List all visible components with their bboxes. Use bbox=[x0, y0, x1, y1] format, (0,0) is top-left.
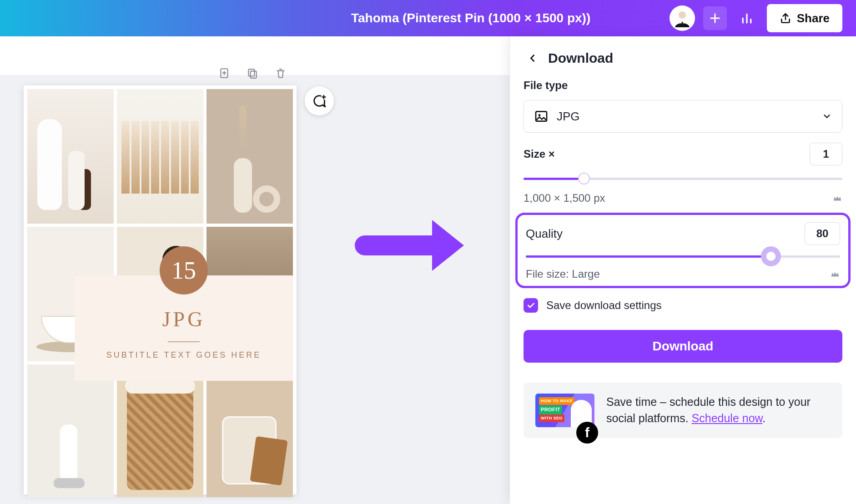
plus-icon bbox=[709, 12, 721, 25]
schedule-promo-card: HOW TO MAKE PROFIT WITH SEO Save time – … bbox=[524, 383, 842, 438]
top-bar: Tahoma (Pinterest Pin (1000 × 1500 px)) … bbox=[0, 0, 856, 36]
tile-9 bbox=[206, 364, 293, 497]
duplicate-page-icon[interactable] bbox=[247, 67, 258, 79]
document-title[interactable]: Tahoma (Pinterest Pin (1000 × 1500 px)) bbox=[351, 11, 590, 25]
size-slider-fill bbox=[524, 178, 584, 180]
add-collaborator-button[interactable] bbox=[703, 6, 727, 30]
quality-slider-thumb[interactable] bbox=[761, 246, 781, 266]
check-icon bbox=[526, 301, 535, 310]
comment-plus-icon bbox=[312, 93, 327, 109]
svg-rect-1 bbox=[681, 22, 683, 26]
save-settings-label: Save download settings bbox=[546, 299, 662, 312]
size-slider-thumb[interactable] bbox=[578, 173, 590, 185]
design-overlay-divider bbox=[168, 341, 200, 342]
delete-page-icon[interactable] bbox=[275, 67, 287, 79]
promo-thumb-tag-a: HOW TO MAKE bbox=[539, 397, 574, 405]
download-panel: Download File type JPG Size × 1 1,000 × … bbox=[509, 36, 856, 504]
share-upload-icon bbox=[780, 12, 791, 24]
tile-1 bbox=[27, 89, 114, 224]
size-slider[interactable] bbox=[524, 174, 842, 184]
tile-8 bbox=[117, 364, 203, 497]
download-button-label: Download bbox=[653, 339, 714, 354]
download-button[interactable]: Download bbox=[524, 330, 842, 363]
svg-rect-4 bbox=[251, 71, 257, 78]
size-multiplier-input[interactable]: 1 bbox=[810, 143, 842, 165]
panel-back-button[interactable] bbox=[524, 49, 542, 67]
design-overlay-card: 15 JPG SUBTITLE TEXT GOES HERE bbox=[75, 275, 293, 381]
promo-text-b: . bbox=[762, 412, 765, 424]
page-actions bbox=[218, 67, 287, 79]
image-icon bbox=[534, 109, 549, 124]
svg-point-7 bbox=[539, 114, 541, 116]
design-badge-number: 15 bbox=[160, 246, 208, 294]
share-button-label: Share bbox=[797, 11, 830, 25]
avatar-person-icon bbox=[673, 9, 691, 27]
design-overlay-title: JPG bbox=[162, 307, 206, 331]
quality-file-size-text: File size: Large bbox=[526, 268, 600, 280]
chevron-down-icon bbox=[822, 111, 832, 121]
quality-label: Quality bbox=[526, 227, 563, 241]
bar-chart-icon bbox=[740, 11, 754, 25]
file-type-select[interactable]: JPG bbox=[524, 100, 842, 133]
facebook-icon: f bbox=[576, 422, 598, 444]
panel-header: Download bbox=[524, 49, 842, 67]
size-dimensions-text: 1,000 × 1,500 px bbox=[524, 192, 605, 205]
promo-text: Save time – schedule this design to your… bbox=[606, 394, 831, 427]
promo-thumb-tag-b: PROFIT bbox=[539, 405, 562, 414]
tile-7 bbox=[27, 364, 114, 497]
file-type-value: JPG bbox=[557, 110, 580, 124]
file-type-label: File type bbox=[524, 79, 842, 92]
add-comment-button[interactable] bbox=[305, 86, 334, 115]
design-overlay-subtitle: SUBTITLE TEXT GOES HERE bbox=[106, 350, 261, 360]
annotation-arrow bbox=[355, 229, 464, 262]
crown-icon bbox=[830, 269, 840, 279]
share-button[interactable]: Share bbox=[767, 4, 842, 32]
insights-button[interactable] bbox=[735, 6, 759, 30]
schedule-now-link[interactable]: Schedule now bbox=[692, 412, 763, 424]
quality-input[interactable]: 80 bbox=[805, 222, 840, 245]
quality-slider-fill bbox=[526, 255, 771, 258]
svg-point-0 bbox=[679, 11, 686, 19]
quality-section-highlight: Quality 80 File size: Large bbox=[515, 213, 851, 288]
quality-slider[interactable] bbox=[526, 251, 840, 261]
tile-3 bbox=[206, 89, 293, 224]
tile-2 bbox=[117, 89, 203, 224]
save-settings-checkbox[interactable] bbox=[524, 298, 538, 313]
promo-thumb-tag-c: WITH SEO bbox=[539, 414, 564, 422]
save-settings-row[interactable]: Save download settings bbox=[524, 298, 842, 313]
crown-icon bbox=[832, 193, 842, 203]
chevron-left-icon bbox=[528, 53, 538, 63]
page-up-icon[interactable] bbox=[218, 67, 230, 79]
size-label: Size × bbox=[524, 148, 555, 160]
panel-title: Download bbox=[548, 50, 613, 66]
design-preview[interactable]: 15 JPG SUBTITLE TEXT GOES HERE bbox=[24, 85, 297, 494]
user-avatar[interactable] bbox=[670, 5, 695, 31]
svg-rect-3 bbox=[248, 69, 254, 76]
